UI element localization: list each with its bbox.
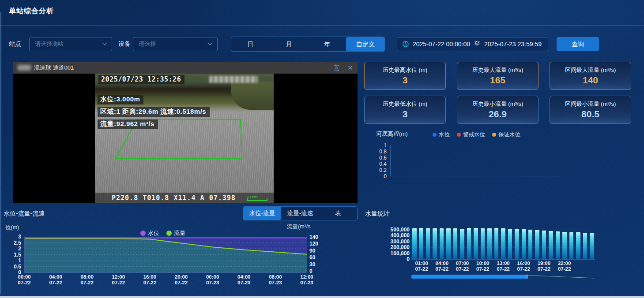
volume-bar [446, 228, 451, 259]
stat-value: 140 [583, 75, 598, 86]
svg-text:S: S [335, 66, 338, 70]
legend-dot [492, 133, 496, 137]
volume-bar [460, 229, 464, 259]
x-axis-label: 08:0007-22 [72, 274, 102, 286]
station-select[interactable]: 请选择测站 [29, 37, 112, 51]
x-axis-label: 04:0007-22 [40, 274, 71, 286]
lf-left-ytick: 1.5 [14, 252, 21, 258]
period-month[interactable]: 月 [270, 37, 308, 51]
legend-label: 保证水位 [498, 131, 520, 138]
legend-label: 水位 [148, 229, 159, 237]
volume-bar [481, 228, 485, 259]
stat-value: 26.9 [489, 109, 507, 119]
header-divider [0, 25, 644, 26]
datazoom-remainder[interactable] [527, 275, 595, 279]
period-year[interactable]: 年 [308, 37, 346, 51]
volume-bar [535, 230, 539, 259]
stat-card-range-max-flow: 区间最大流量 (m³/s) 140 [550, 62, 631, 90]
close-icon[interactable]: ✕ [347, 64, 353, 71]
lf-right-ytick: 140 [309, 234, 318, 240]
volume-bar [556, 231, 560, 259]
lf-left-axis-label: 位(m) [5, 224, 19, 231]
station-label: 站点 [9, 40, 21, 48]
volume-bar [508, 229, 512, 259]
period-day[interactable]: 日 [231, 37, 270, 51]
volume-y-axis: 500,000400,000300,000200,000100,0000 [378, 227, 410, 259]
volume-bar [419, 228, 423, 259]
lf-left-ytick: 2.5 [14, 240, 21, 246]
stat-label: 区间最大流量 (m³/s) [565, 66, 616, 74]
riverbed-x-axis-line [390, 176, 560, 176]
stat-value: 165 [490, 75, 505, 86]
volume-ytick: 500,000 [391, 227, 410, 233]
volume-datazoom-scrollbar[interactable] [411, 275, 595, 279]
legend-item-water-level[interactable]: 水位 [433, 131, 450, 138]
volume-bar [583, 233, 588, 259]
date-separator: 至 [474, 40, 480, 48]
lf-left-y-axis: 32.521.510.50 [4, 237, 21, 272]
x-axis-label: 08:0007-23 [260, 274, 291, 286]
stat-value: 80.5 [581, 109, 599, 119]
volume-bar [426, 228, 430, 259]
stat-label: 历史最小流量 (m³/s) [472, 100, 523, 108]
level-flow-tabs: 水位-流量 流量-流速 表 [243, 206, 358, 220]
scale-widget: 0.149m [247, 195, 267, 201]
riverbed-y-axis: 10.80.60.40.20 [369, 143, 387, 176]
x-axis-label: 20:0007-22 [166, 274, 197, 286]
query-button[interactable]: 查询 [557, 37, 599, 51]
volume-bar [569, 232, 574, 259]
volume-bar [562, 232, 567, 259]
volume-bar [467, 228, 471, 259]
legend-item-flow[interactable]: 流量 [166, 229, 185, 237]
level-flow-section-title: 水位-流量-流速 [4, 210, 45, 218]
x-axis-label: 04:0007-23 [229, 274, 260, 286]
riverbed-ytick: 0.2 [379, 167, 387, 173]
period-segmented-control: 日 月 年 自定义 [231, 37, 385, 52]
video-timestamp: 2025/07/23 12:35:26 [98, 75, 185, 84]
stat-label: 历史最低水位 (m) [383, 100, 427, 108]
legend-dot [140, 231, 146, 236]
legend-label: 警戒水位 [463, 131, 485, 138]
datazoom-selected-range[interactable] [411, 275, 527, 279]
date-range-picker[interactable]: 2025-07-22 00:00:00 至 2025-07-23 23:59:5… [397, 37, 548, 51]
volume-ytick: 400,000 [391, 232, 410, 238]
volume-bar [542, 231, 546, 259]
datazoom-handle[interactable] [527, 275, 527, 279]
video-footage: 2025/07/23 12:35:26 水位:3.000m 区域:1 距离:29… [95, 74, 274, 203]
period-custom[interactable]: 自定义 [346, 37, 384, 51]
lf-right-ytick: 0 [309, 268, 313, 274]
stats-cards: 历史最高水位 (m) 3 历史最大流量 (m³/s) 165 区间最大流量 (m… [364, 62, 631, 124]
legend-dot [457, 133, 461, 137]
video-panel: 流速球 通道001 S ✕ 2025/07/23 12:35:26 水位:3.0… [13, 62, 358, 203]
riverbed-ytick: 0.4 [379, 161, 387, 167]
date-start: 2025-07-22 00:00:00 [413, 41, 470, 48]
stat-card-hist-min-flow: 历史最小流量 (m³/s) 26.9 [457, 96, 539, 124]
lf-right-ytick: 30 [309, 261, 315, 268]
chevron-down-icon [207, 41, 212, 45]
osd-bottom-bar: P220.8 T010.8 X11.4 A 07.398 0.149m [95, 193, 274, 203]
volume-bar [515, 229, 519, 259]
legend-item-guarantee-level[interactable]: 保证水位 [492, 131, 520, 138]
legend-dot [433, 133, 437, 137]
scale-bar [247, 198, 267, 201]
volume-ytick: 200,000 [391, 244, 410, 250]
tab-table[interactable]: 表 [319, 207, 357, 220]
redacted-station-name [18, 65, 31, 71]
volume-chart [411, 227, 595, 260]
device-select[interactable]: 请选择 [133, 37, 218, 51]
stat-value: 3 [403, 75, 408, 86]
volume-bar [549, 231, 553, 259]
stream-switch-icon[interactable]: S [333, 64, 340, 71]
volume-bar [487, 228, 492, 259]
tab-level-flow[interactable]: 水位-流量 [243, 207, 281, 220]
x-axis-label: 12:0007-23 [291, 274, 322, 286]
clock-icon [403, 41, 409, 47]
lf-left-ytick: 2 [18, 246, 21, 252]
stat-card-range-min-flow: 区间最小流量 (m³/s) 80.5 [550, 96, 631, 124]
lf-right-axis-label: 流量(m³/s [287, 223, 310, 231]
tab-flow-velocity[interactable]: 流量-流速 [281, 207, 319, 220]
legend-item-water-level[interactable]: 水位 [140, 229, 159, 237]
legend-item-warning-level[interactable]: 警戒水位 [457, 131, 485, 138]
volume-bar [522, 229, 526, 259]
lf-left-ytick: 3 [18, 234, 21, 240]
